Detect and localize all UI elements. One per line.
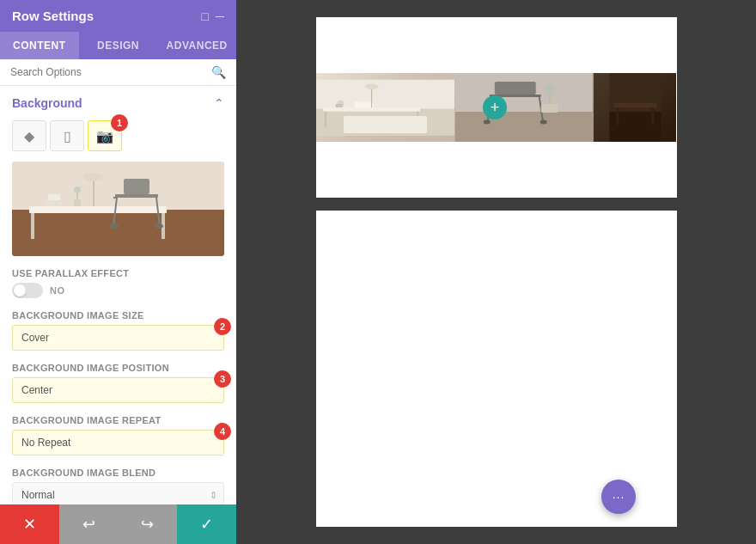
- minimize-icon[interactable]: ─: [216, 9, 224, 23]
- bg-preview: [12, 162, 224, 256]
- fab-button[interactable]: ···: [601, 480, 636, 514]
- image-blend-select-wrapper: Normal Multiply Screen Overlay Darken Li…: [12, 482, 224, 504]
- svg-rect-12: [124, 179, 149, 194]
- section-collapse-icon[interactable]: ⌃: [214, 96, 224, 110]
- image-position-field-group: Background Image Position Center 3: [12, 363, 224, 403]
- canvas-area: +: [236, 0, 756, 544]
- svg-point-20: [74, 186, 81, 193]
- expand-icon[interactable]: □: [202, 9, 209, 23]
- bg-tab-gradient[interactable]: ▯: [50, 120, 84, 151]
- image-blend-label: Background Image Blend: [12, 468, 224, 478]
- svg-rect-24: [324, 112, 326, 127]
- image-blend-field-group: Background Image Blend Normal Multiply S…: [12, 468, 224, 504]
- bg-type-tabs: ◆ ▯ 📷 1: [12, 120, 224, 151]
- badge-1: 1: [111, 114, 128, 131]
- undo-icon: ↩: [82, 515, 95, 534]
- svg-point-43: [545, 85, 555, 95]
- svg-rect-5: [46, 199, 62, 206]
- panel-content: Background ⌃ ◆ ▯ 📷 1: [0, 86, 236, 504]
- image-icon: 📷: [96, 128, 113, 144]
- parallax-field-group: Use Parallax Effect NO: [12, 268, 224, 298]
- parallax-toggle[interactable]: [12, 283, 43, 298]
- add-icon: +: [491, 99, 500, 117]
- image-size-field-group: Background Image Size Cover 2: [12, 310, 224, 351]
- image-size-label: Background Image Size: [12, 310, 224, 321]
- svg-rect-6: [48, 194, 60, 200]
- search-input[interactable]: [10, 66, 211, 78]
- svg-rect-3: [31, 213, 34, 239]
- save-icon: ✓: [200, 515, 213, 534]
- parallax-toggle-label: NO: [50, 285, 65, 296]
- image-repeat-field-group: Background Image Repeat No Repeat 4: [12, 415, 224, 455]
- svg-rect-30: [335, 104, 342, 107]
- svg-rect-23: [323, 107, 420, 112]
- svg-rect-0: [12, 209, 224, 256]
- svg-rect-36: [495, 82, 536, 95]
- strip-desk: [316, 73, 455, 142]
- image-blend-select[interactable]: Normal Multiply Screen Overlay Darken Li…: [12, 482, 224, 504]
- canvas-divider: [253, 198, 739, 211]
- canvas-add-button[interactable]: +: [483, 95, 507, 119]
- svg-rect-46: [613, 103, 656, 107]
- panel-header-icons: □ ─: [202, 9, 224, 23]
- redo-button[interactable]: ↪: [119, 504, 178, 544]
- search-icon: 🔍: [211, 65, 226, 79]
- strip-dark: [594, 73, 677, 142]
- svg-rect-9: [115, 194, 158, 198]
- image-repeat-select[interactable]: No Repeat: [12, 430, 224, 455]
- save-button[interactable]: ✓: [177, 504, 236, 544]
- image-size-field-wrapper: Cover 2: [12, 325, 224, 351]
- room-svg: [12, 162, 224, 256]
- image-repeat-field-wrapper: No Repeat 4: [12, 430, 224, 455]
- svg-point-40: [540, 120, 547, 125]
- image-position-label: Background Image Position: [12, 363, 224, 373]
- fab-icon: ···: [613, 490, 625, 504]
- parallax-toggle-row: NO: [12, 283, 224, 298]
- svg-rect-41: [541, 104, 558, 113]
- tab-advanced[interactable]: Advanced: [157, 32, 236, 59]
- svg-point-39: [484, 120, 491, 125]
- cancel-icon: ✕: [23, 515, 36, 534]
- strip-dark-svg: [594, 73, 677, 142]
- svg-rect-18: [74, 199, 81, 206]
- badge-2: 2: [214, 318, 231, 335]
- svg-rect-32: [455, 112, 593, 142]
- strip-desk-svg: [316, 73, 455, 142]
- image-position-select[interactable]: Center: [12, 377, 224, 403]
- cancel-button[interactable]: ✕: [0, 504, 59, 544]
- undo-button[interactable]: ↩: [59, 504, 119, 544]
- canvas-image-strip: +: [316, 73, 677, 142]
- strip-chair-svg: [454, 73, 594, 142]
- panel-header: Row Settings □ ─: [0, 0, 236, 32]
- svg-rect-26: [354, 102, 374, 107]
- panel-footer: ✕ ↩ ↪ ✓: [0, 504, 236, 544]
- search-bar: 🔍: [0, 59, 236, 86]
- svg-rect-1: [12, 162, 224, 210]
- svg-rect-48: [651, 107, 654, 125]
- parallax-label: Use Parallax Effect: [12, 268, 224, 278]
- panel-title: Row Settings: [12, 9, 94, 23]
- background-section-header: Background ⌃: [12, 96, 224, 110]
- tab-design[interactable]: Design: [79, 32, 158, 59]
- bg-tab-image[interactable]: 📷 1: [88, 120, 122, 151]
- gradient-icon: ▯: [64, 128, 71, 144]
- tabs-bar: Content Design Advanced: [0, 32, 236, 59]
- svg-rect-22: [316, 109, 455, 136]
- strip-chair: [454, 73, 594, 142]
- svg-point-8: [83, 173, 104, 181]
- redo-icon: ↪: [141, 515, 154, 534]
- tab-content[interactable]: Content: [0, 32, 79, 59]
- image-position-field-wrapper: Center 3: [12, 377, 224, 403]
- canvas-top-white: +: [316, 17, 677, 198]
- room-scene: [12, 162, 224, 256]
- svg-point-16: [110, 223, 119, 229]
- image-repeat-label: Background Image Repeat: [12, 415, 224, 425]
- svg-rect-2: [29, 206, 167, 213]
- svg-rect-25: [417, 112, 418, 127]
- bg-tab-color[interactable]: ◆: [12, 120, 46, 151]
- left-panel: Row Settings □ ─ Content Design Advanced…: [0, 0, 236, 544]
- svg-point-17: [155, 223, 163, 229]
- badge-3: 3: [214, 370, 231, 388]
- image-size-select[interactable]: Cover: [12, 325, 224, 351]
- background-section-title: Background: [12, 96, 82, 110]
